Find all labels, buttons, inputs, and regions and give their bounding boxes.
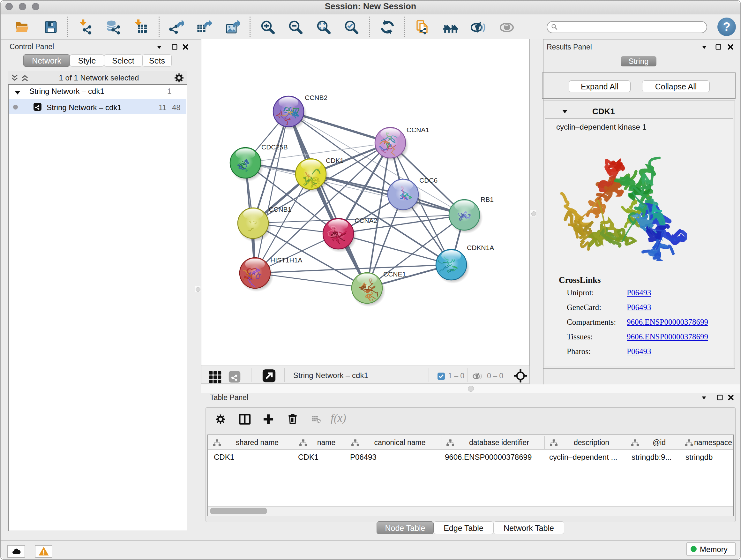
svg-text:HIST1H1A: HIST1H1A (270, 256, 302, 264)
svg-text:CDK1: CDK1 (326, 157, 344, 164)
svg-text:RB1: RB1 (481, 196, 494, 203)
svg-text:CDKN1A: CDKN1A (467, 244, 494, 251)
svg-text:CCNB1: CCNB1 (269, 206, 291, 213)
svg-text:CCNA1: CCNA1 (407, 126, 429, 133)
svg-text:CCNB2: CCNB2 (305, 94, 327, 101)
svg-text:CCNE1: CCNE1 (383, 270, 406, 278)
svg-text:CCNA2: CCNA2 (354, 217, 377, 224)
svg-text:CDC25B: CDC25B (261, 143, 288, 151)
svg-text:CDC6: CDC6 (419, 177, 437, 184)
